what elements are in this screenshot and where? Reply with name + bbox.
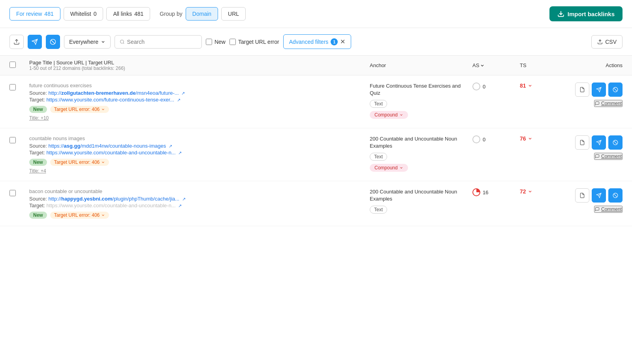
new-label: New	[214, 39, 226, 45]
title-plus: Title: +4	[29, 168, 370, 174]
advanced-filters-close[interactable]: ✕	[340, 38, 345, 45]
search-icon	[120, 39, 125, 45]
target-url-error-checkbox-label[interactable]: Target URL error	[229, 39, 279, 45]
group-by-domain[interactable]: Domain	[186, 7, 218, 21]
as-radio	[472, 83, 480, 90]
source-url-link[interactable]: http://zollgutachten-bremerhaven.de/msn4…	[48, 90, 179, 96]
header-as[interactable]: AS	[472, 62, 520, 68]
new-checkbox[interactable]	[206, 39, 212, 45]
comment-icon	[595, 154, 600, 159]
tab-for-review[interactable]: For review 481	[9, 7, 60, 21]
ban-icon-button[interactable]	[46, 35, 60, 49]
tag-new: New	[29, 106, 47, 113]
row-page-info: future continuous exercises Source: http…	[29, 83, 370, 121]
chevron-down-icon	[528, 136, 532, 141]
comment-button[interactable]: Comment	[594, 100, 623, 107]
target-ext-icon[interactable]: ↗	[177, 98, 181, 102]
chevron-down-icon	[101, 107, 105, 111]
source-url-link[interactable]: http://happygd.yesbni.com/plugin/phpThum…	[48, 196, 179, 202]
target-line: Target: https://www.yoursite.com/countab…	[29, 203, 370, 208]
comment-button[interactable]: Comment	[594, 206, 623, 213]
export-icon-button[interactable]	[9, 35, 24, 49]
row-checkbox[interactable]	[9, 84, 16, 90]
source-ext-icon[interactable]: ↗	[182, 197, 186, 201]
ban-button[interactable]	[608, 135, 623, 150]
export-icon	[13, 39, 20, 45]
tag-error[interactable]: Target URL error: 406	[50, 106, 109, 113]
tag-error[interactable]: Target URL error: 406	[50, 212, 109, 219]
anchor-cell: Future Continuous Tense Exercises and Qu…	[370, 83, 472, 119]
target-line: Target: https://www.yoursite.com/countab…	[29, 150, 370, 156]
table-row: future continuous exercises Source: http…	[0, 75, 632, 128]
tags-row: New Target URL error: 406	[29, 212, 370, 219]
tab-all-links[interactable]: All links 481	[106, 7, 150, 21]
file-icon	[579, 140, 585, 145]
ts-cell: 76	[520, 135, 559, 142]
ts-value: 76	[520, 135, 526, 142]
group-by-label: Group by	[160, 11, 182, 17]
csv-button[interactable]: CSV	[591, 35, 623, 49]
chevron-down-icon	[101, 39, 105, 44]
row-checkbox[interactable]	[9, 137, 16, 143]
search-box	[115, 35, 202, 49]
ban-button[interactable]	[608, 188, 623, 203]
target-ext-icon[interactable]: ↗	[178, 203, 182, 208]
page-title: bacon countable or uncountable	[29, 188, 370, 194]
as-radio-partial	[472, 188, 480, 196]
page-title: future continuous exercises	[29, 83, 370, 88]
anchor-text: 200 Countable and Uncountable Noun Examp…	[370, 188, 472, 203]
group-by-url[interactable]: URL	[221, 7, 246, 21]
report-button[interactable]	[575, 135, 589, 150]
anchor-compound-tag[interactable]: Compound	[370, 164, 408, 172]
target-ext-icon[interactable]: ↗	[178, 150, 182, 155]
tags-row: New Target URL error: 406	[29, 159, 370, 166]
source-url-link[interactable]: https://asg.gg/mdd1m4nw/countable-nouns-…	[48, 143, 166, 149]
tag-error[interactable]: Target URL error: 406	[50, 159, 109, 166]
chevron-down-icon	[101, 213, 105, 217]
svg-line-12	[614, 88, 617, 91]
import-backlinks-button[interactable]: Import backlinks	[549, 6, 623, 21]
ban-icon	[613, 87, 618, 92]
anchor-compound-tag[interactable]: Compound	[370, 111, 408, 119]
send-icon-button[interactable]	[28, 35, 42, 49]
select-all-checkbox[interactable]	[9, 62, 16, 68]
comment-button[interactable]: Comment	[594, 153, 623, 160]
target-line: Target: https://www.yoursite.com/future-…	[29, 97, 370, 103]
send-button[interactable]	[592, 83, 606, 97]
send-icon	[596, 87, 602, 92]
search-input[interactable]	[127, 39, 197, 45]
tab-whitelist[interactable]: Whitelist 0	[64, 7, 103, 21]
tab-all-links-label: All links	[113, 11, 132, 17]
action-icons	[575, 135, 623, 150]
target-url-link[interactable]: https://www.yoursite.com/countable-and-u…	[46, 203, 175, 208]
send-button[interactable]	[592, 135, 606, 150]
target-url-link[interactable]: https://www.yoursite.com/future-continuo…	[46, 97, 174, 103]
report-button[interactable]	[575, 188, 589, 203]
tab-for-review-label: For review	[16, 11, 42, 17]
ban-button[interactable]	[608, 83, 623, 97]
ts-cell: 72	[520, 188, 559, 195]
anchor-type-tag: Text	[370, 100, 387, 108]
new-checkbox-label[interactable]: New	[206, 39, 226, 45]
tag-new: New	[29, 212, 47, 219]
source-line: Source: http://happygd.yesbni.com/plugin…	[29, 196, 370, 202]
download-icon	[557, 10, 564, 17]
row-checkbox-cell	[9, 188, 29, 196]
title-plus: Title: +10	[29, 115, 370, 121]
anchor-type-tag: Text	[370, 206, 387, 214]
target-url-error-checkbox[interactable]	[229, 39, 236, 45]
advanced-filters-button[interactable]: Advanced filters 1 ✕	[283, 34, 352, 49]
source-ext-icon[interactable]: ↗	[169, 144, 172, 148]
source-ext-icon[interactable]: ↗	[181, 91, 185, 96]
everywhere-dropdown[interactable]: Everywhere	[64, 35, 111, 49]
row-page-info: bacon countable or uncountable Source: h…	[29, 188, 370, 219]
row-checkbox[interactable]	[9, 190, 16, 196]
send-icon	[596, 193, 602, 198]
target-url-link[interactable]: https://www.yoursite.com/countable-and-u…	[46, 150, 175, 156]
send-button[interactable]	[592, 188, 606, 203]
as-cell: 0	[472, 83, 520, 90]
as-value: 0	[483, 84, 485, 90]
svg-line-5	[51, 40, 55, 43]
row-checkbox-cell	[9, 83, 29, 90]
report-button[interactable]	[575, 83, 589, 97]
